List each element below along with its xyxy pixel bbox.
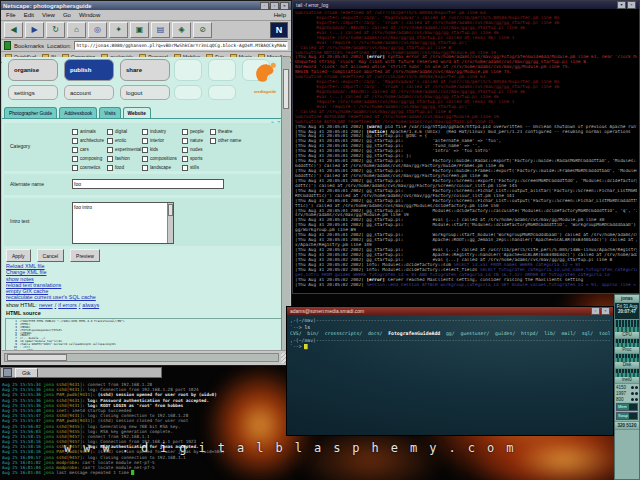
category-checkbox[interactable]: [182, 138, 188, 144]
category-checkbox[interactable]: [72, 138, 78, 144]
category-checkbox[interactable]: [182, 156, 188, 162]
category-checkbox[interactable]: [107, 165, 113, 171]
category-checkbox[interactable]: [142, 165, 148, 171]
close-button[interactable]: ×: [601, 307, 610, 315]
maximize-button[interactable]: ▫: [270, 2, 279, 10]
page-horizontal-scrollbar[interactable]: [4, 353, 279, 362]
category-checkbox[interactable]: [142, 147, 148, 153]
nav-settings-button[interactable]: settings: [8, 85, 58, 100]
category-option[interactable]: sports: [182, 154, 210, 163]
browser-titlebar[interactable]: Netscape: photographersguide ·▫×: [1, 1, 291, 10]
category-option[interactable]: other name: [210, 136, 252, 145]
category-option[interactable]: kids: [142, 145, 182, 154]
net-panel[interactable]: inet0: [615, 369, 639, 384]
terminal-titlebar[interactable]: adams@sonen:media.smadi.com ▫ ×: [287, 307, 613, 315]
category-checkbox[interactable]: [210, 129, 216, 135]
menu-item[interactable]: Go: [63, 12, 71, 18]
category-checkbox[interactable]: [107, 147, 113, 153]
category-option[interactable]: digital: [107, 127, 142, 136]
category-option[interactable]: industry: [142, 127, 182, 136]
category-option[interactable]: theatre: [210, 127, 252, 136]
disk-panel[interactable]: Disk: [615, 354, 639, 369]
category-option[interactable]: stills: [182, 163, 210, 172]
category-checkbox[interactable]: [72, 156, 78, 162]
search-icon[interactable]: ◎: [88, 22, 107, 38]
category-option[interactable]: food: [107, 163, 142, 172]
category-option[interactable]: cosmetics: [72, 163, 107, 172]
print-icon[interactable]: ▤: [151, 22, 170, 38]
category-option[interactable]: fashion: [107, 154, 142, 163]
alternate-name-input[interactable]: [72, 179, 224, 189]
category-option[interactable]: architecture: [72, 136, 107, 145]
back-icon[interactable]: ◀: [4, 22, 23, 38]
menu-item[interactable]: File: [6, 12, 16, 18]
nav-publish-button[interactable]: publish: [64, 59, 114, 81]
textarea-scrollbar[interactable]: [167, 203, 173, 243]
guide-icon[interactable]: ✦: [109, 22, 128, 38]
close-button[interactable]: ×: [280, 2, 289, 10]
category-option[interactable]: nudes: [182, 145, 210, 154]
separator[interactable]: /: [79, 302, 81, 308]
html-source-listing[interactable]: 1<!DOCTYPE HTML PUBLIC "-//W3C//DTD HTML…: [5, 318, 283, 353]
separator[interactable]: /: [55, 302, 57, 308]
category-checkbox[interactable]: [107, 138, 113, 144]
menu-help[interactable]: Help: [274, 12, 286, 18]
images-icon[interactable]: ▣: [130, 22, 149, 38]
shaded-window-title[interactable]: Gtk: [15, 368, 38, 378]
category-option[interactable]: animals: [72, 127, 107, 136]
proc-panel[interactable]: Proc: [615, 339, 639, 354]
category-checkbox[interactable]: [142, 156, 148, 162]
nav-share-button[interactable]: share: [120, 59, 170, 81]
shade-button[interactable]: ▾: [617, 1, 626, 9]
url-input[interactable]: [74, 41, 288, 50]
category-checkbox[interactable]: [182, 147, 188, 153]
forward-icon[interactable]: ▶: [25, 22, 44, 38]
menu-item[interactable]: View: [42, 12, 55, 18]
intro-text-textarea[interactable]: foo intro: [73, 203, 167, 243]
category-checkbox[interactable]: [142, 138, 148, 144]
shaded-window-bar[interactable]: Gtk: [0, 367, 162, 378]
category-option[interactable]: compositions: [142, 154, 182, 163]
admin-link[interactable]: recalculate current user's SQL cache: [6, 294, 96, 300]
reload-icon[interactable]: ↻: [46, 22, 65, 38]
nav-account-button[interactable]: account: [64, 85, 114, 100]
category-option[interactable]: experimental: [107, 145, 142, 154]
category-checkbox[interactable]: [210, 138, 216, 144]
close-button[interactable]: ×: [627, 1, 636, 9]
bookmarks-label[interactable]: Bookmarks: [14, 43, 44, 49]
category-checkbox[interactable]: [72, 147, 78, 153]
category-option[interactable]: interior: [142, 136, 182, 145]
terminal-output[interactable]: ,-(~/mav)-------------------------------…: [287, 315, 613, 354]
stop-icon[interactable]: ⊘: [193, 22, 212, 38]
category-option[interactable]: nature: [182, 136, 210, 145]
maximize-button[interactable]: ▫: [591, 307, 600, 315]
cpu-panel[interactable]: CPU: [615, 320, 639, 339]
menu-item[interactable]: Window: [79, 12, 100, 18]
apply-button[interactable]: Apply: [6, 249, 31, 262]
show-html-if-errors-link[interactable]: if errors: [58, 302, 77, 308]
nav-logout-button[interactable]: logout: [120, 85, 170, 100]
security-icon[interactable]: ◈: [172, 22, 191, 38]
minimize-button[interactable]: ·: [260, 2, 269, 10]
category-option[interactable]: landscape: [142, 163, 182, 172]
category-checkbox[interactable]: [142, 129, 148, 135]
category-checkbox[interactable]: [107, 156, 113, 162]
home-icon[interactable]: ⌂: [67, 22, 86, 38]
show-html-always-link[interactable]: always: [82, 302, 99, 308]
category-checkbox[interactable]: [182, 129, 188, 135]
category-option[interactable]: erotic: [107, 136, 142, 145]
syslog-terminal-output[interactable]: Aug 25 15:55:34 jona sshd[9431]: connect…: [2, 382, 304, 478]
menu-item[interactable]: Edit: [24, 12, 34, 18]
category-option[interactable]: people: [182, 127, 210, 136]
category-option[interactable]: cars: [72, 145, 107, 154]
category-checkbox[interactable]: [72, 129, 78, 135]
category-checkbox[interactable]: [182, 165, 188, 171]
terminal-output[interactable]: Subroutine croak redefined at /usr/lib/p…: [293, 9, 639, 290]
bookmark-icon[interactable]: [4, 41, 11, 50]
terminal-titlebar[interactable]: tail -f error_log ▾ ×: [293, 1, 639, 9]
category-option[interactable]: composing: [72, 154, 107, 163]
category-checkbox[interactable]: [72, 165, 78, 171]
nav-organise-button[interactable]: organise: [8, 59, 58, 81]
show-html-never-link[interactable]: never: [39, 302, 53, 308]
memory-panel[interactable]: Mem Swap: [615, 403, 639, 422]
